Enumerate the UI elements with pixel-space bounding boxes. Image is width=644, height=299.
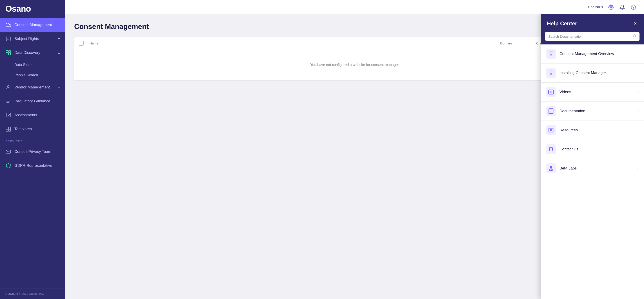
help-item-contact-us-label: Contact Us [560,147,634,152]
sidebar-item-consent-management-label: Consent Management [14,23,60,27]
svg-rect-16 [8,129,10,131]
svg-rect-12 [6,113,10,117]
cloud-icon [6,22,11,28]
chevron-up-icon: ▴ [58,51,60,54]
help-item-resources[interactable]: Resources › [541,121,644,140]
services-label: SERVICES [0,136,65,145]
regulatory-icon [6,98,11,104]
help-item-installing-consent-manager-label: Installing Consent Manager [560,71,638,75]
sidebar-item-consult-privacy-team[interactable]: Consult Privacy Team [0,145,65,159]
notifications-icon[interactable] [619,4,626,10]
language-chevron-icon: ▾ [601,5,603,9]
help-item-documentation[interactable]: Documentation › [541,102,644,121]
vendor-icon [6,84,11,90]
svg-rect-40 [549,149,550,150]
help-panel-close-button[interactable]: × [633,20,638,27]
sidebar-item-regulatory-guidance[interactable]: Regulatory Guidance [0,94,65,108]
sidebar-item-gdpr-representative-label: GDPR Representative [14,163,60,168]
help-search-bar [545,32,640,41]
help-item-resources-label: Resources [560,128,634,132]
play-icon [546,87,556,97]
help-item-consent-management-overview[interactable]: Consent Management Overview [541,44,644,63]
svg-point-18 [610,6,612,8]
sidebar-item-regulatory-guidance-label: Regulatory Guidance [14,99,60,103]
sidebar-footer: Copyright © 2022 Osano, Inc. [0,288,65,299]
sidebar-item-assessments[interactable]: Assessments [0,108,65,122]
svg-line-26 [549,52,550,52]
table-checkbox[interactable] [79,41,90,45]
svg-rect-7 [8,53,10,55]
sidebar-item-consent-management[interactable]: Consent Management [0,18,65,32]
sidebar-nav: Consent Management Subject Rights ▾ Data… [0,18,65,288]
sidebar-item-people-search-label: People Search [14,73,38,77]
sidebar-item-people-search[interactable]: People Search [0,70,65,80]
svg-rect-14 [8,127,10,129]
help-item-videos[interactable]: Videos › [541,83,644,102]
flask-icon [546,163,556,173]
arrow-right-beta-icon: › [637,166,638,171]
table-col-domain: Domain [500,41,536,45]
svg-rect-15 [6,129,8,131]
sidebar-item-data-stores-label: Data Stores [14,63,33,67]
help-item-beta-labs[interactable]: Beta Labs › [541,159,644,178]
bulb2-icon [546,68,556,78]
svg-rect-41 [552,149,553,150]
sidebar-item-subject-rights[interactable]: Subject Rights ▾ [0,32,65,46]
svg-rect-5 [8,50,10,52]
arrow-right-contact-icon: › [637,147,638,152]
main-area: English ▾ Consent Management Name Domain… [65,0,644,299]
settings-icon[interactable] [608,4,614,10]
svg-point-27 [550,71,552,73]
sidebar-item-data-stores[interactable]: Data Stores [0,60,65,70]
help-items-list: Consent Management Overview Installing C… [541,44,644,299]
sidebar-item-vendor-management[interactable]: Vendor Management ▾ [0,80,65,94]
sidebar-item-templates[interactable]: Templates [0,122,65,136]
arrow-right-icon: › [637,90,638,94]
svg-line-25 [552,52,553,52]
svg-rect-32 [549,109,553,114]
svg-point-21 [633,34,636,37]
subject-icon [6,36,11,42]
sidebar-item-data-discovery[interactable]: Data Discovery ▴ [0,46,65,60]
help-search-input[interactable] [548,34,630,38]
templates-icon [6,126,11,132]
language-label: English [588,5,600,9]
arrow-right-documentation-icon: › [637,109,638,114]
sidebar-item-templates-label: Templates [14,127,60,131]
help-panel-title: Help Center [547,20,577,27]
consult-icon [6,149,11,155]
search-icon [633,34,636,39]
svg-point-23 [550,52,552,54]
assessments-icon [6,112,11,118]
svg-point-42 [551,169,552,169]
gdpr-icon [6,163,11,169]
help-item-consent-management-overview-label: Consent Management Overview [560,52,638,56]
help-icon[interactable] [630,4,637,10]
page-content: Consent Management Name Domain Created U… [65,14,644,299]
svg-rect-4 [6,50,8,52]
headset-icon [546,144,556,154]
arrow-right-resources-icon: › [637,128,638,133]
book-icon [546,106,556,116]
sidebar-item-vendor-management-label: Vendor Management [14,85,55,90]
svg-rect-6 [6,53,8,55]
bulb-icon [546,49,556,59]
topbar: English ▾ [65,0,644,14]
sidebar-item-gdpr-representative[interactable]: GDPR Representative [0,159,65,173]
language-selector[interactable]: English ▾ [588,5,603,9]
help-item-contact-us[interactable]: Contact Us › [541,140,644,159]
table-col-name: Name [90,41,500,45]
svg-marker-31 [550,91,552,93]
help-panel: Help Center × Consent Management Overvie… [541,14,644,299]
help-item-documentation-label: Documentation [560,109,634,113]
help-item-installing-consent-manager[interactable]: Installing Consent Manager [541,63,644,83]
help-item-beta-labs-label: Beta Labs [560,166,634,171]
sidebar: Osano Consent Management Subject Rights … [0,0,65,299]
sidebar-item-assessments-label: Assessments [14,113,60,117]
chevron-vendor-icon: ▾ [58,85,60,89]
data-icon [6,50,11,56]
sidebar-item-data-discovery-label: Data Discovery [14,50,55,55]
help-panel-header: Help Center × [541,14,644,32]
sidebar-item-subject-rights-label: Subject Rights [14,36,55,41]
svg-rect-13 [6,127,8,129]
